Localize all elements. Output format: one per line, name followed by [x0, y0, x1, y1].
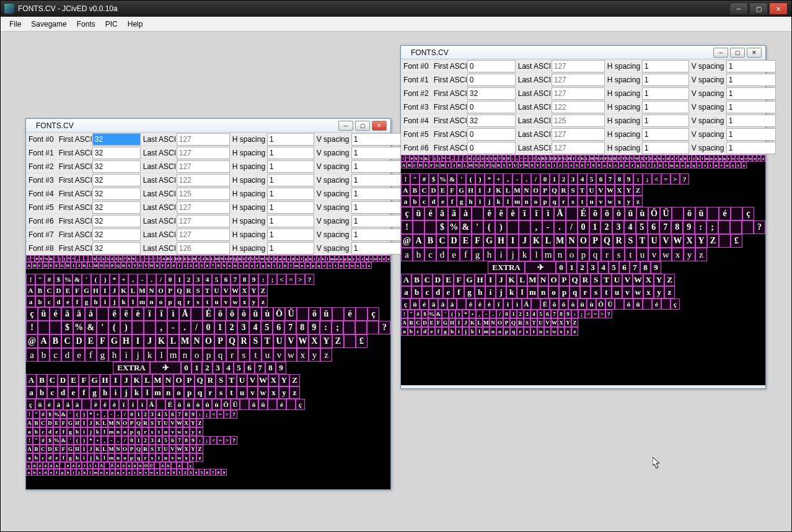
glyph-cell[interactable]: F — [447, 185, 457, 196]
glyph-cell[interactable]: X — [558, 318, 565, 327]
glyph-cell[interactable]: O — [531, 185, 540, 196]
glyph-cell[interactable]: 8 — [127, 255, 131, 262]
first-ascii-input[interactable] — [92, 174, 141, 186]
glyph-cell[interactable]: C — [412, 162, 418, 168]
glyph-cell[interactable]: W — [634, 155, 640, 162]
glyph-cell[interactable]: K — [494, 185, 503, 196]
glyph-cell[interactable]: & — [85, 321, 97, 334]
glyph-cell[interactable]: r — [559, 196, 568, 207]
glyph-cell[interactable]: x — [183, 427, 190, 436]
glyph-cell[interactable]: q — [570, 286, 580, 299]
glyph-cell[interactable]: X — [240, 285, 249, 296]
glyph-cell[interactable]: H — [466, 185, 475, 196]
glyph-cell[interactable]: É — [540, 299, 550, 310]
glyph-cell[interactable]: M — [527, 274, 538, 286]
glyph-cell[interactable] — [661, 299, 671, 310]
glyph-cell[interactable]: X — [529, 162, 535, 168]
v-spacing-input[interactable] — [726, 74, 776, 86]
glyph-cell[interactable]: ö — [184, 399, 193, 410]
glyph-cell[interactable]: D — [175, 255, 179, 262]
glyph-cell[interactable]: > — [224, 410, 231, 419]
glyph-cell[interactable]: $ — [436, 220, 448, 234]
glyph-cell[interactable]: , — [476, 310, 483, 318]
glyph-cell[interactable]: U — [162, 445, 169, 453]
glyph-cell[interactable]: N — [490, 318, 496, 327]
glyph-cell[interactable]: E — [179, 255, 183, 262]
glyph-cell[interactable]: ü — [258, 399, 268, 410]
glyph-cell[interactable]: 4 — [578, 173, 587, 185]
glyph-cell[interactable]: l — [700, 155, 705, 162]
glyph-cell[interactable]: u — [612, 286, 622, 299]
glyph-cell[interactable]: 6 — [118, 255, 123, 262]
glyph-cell[interactable]: ï — [144, 307, 156, 321]
glyph-cell[interactable]: L — [585, 155, 589, 162]
glyph-cell[interactable]: o — [156, 296, 165, 307]
inner-titlebar-right[interactable]: FONTS.CV ─ ▢ ✕ — [401, 46, 765, 59]
glyph-cell[interactable]: l — [503, 196, 513, 207]
glyph-cell[interactable]: É — [165, 399, 175, 410]
glyph-cell[interactable]: X — [640, 155, 644, 162]
glyph-cell[interactable]: Y — [695, 234, 707, 248]
v-spacing-input[interactable] — [351, 147, 401, 159]
glyph-cell[interactable]: M — [483, 318, 490, 327]
h-spacing-input[interactable] — [267, 229, 314, 241]
glyph-cell[interactable]: 1 — [510, 310, 517, 318]
glyph-cell[interactable]: o — [104, 469, 110, 476]
glyph-cell[interactable]: H — [475, 274, 485, 286]
glyph-cell[interactable]: o — [531, 196, 540, 207]
glyph-cell[interactable]: s — [568, 196, 578, 207]
glyph-cell[interactable]: L — [142, 374, 152, 386]
glyph-cell[interactable]: O — [599, 155, 603, 162]
glyph-cell[interactable] — [425, 220, 436, 234]
glyph-cell[interactable]: C — [422, 274, 433, 286]
glyph-cell[interactable]: q — [723, 155, 727, 162]
glyph-cell[interactable]: 6 — [169, 410, 176, 419]
glyph-cell[interactable]: ï — [119, 399, 128, 410]
glyph-cell[interactable]: q — [195, 386, 205, 399]
glyph-cell[interactable]: F — [429, 162, 434, 168]
glyph-cell[interactable]: ( — [108, 321, 120, 334]
glyph-cell[interactable]: = — [149, 255, 153, 262]
glyph-cell[interactable]: l — [156, 348, 167, 362]
glyph-cell[interactable]: N — [115, 419, 121, 427]
glyph-cell[interactable]: L — [210, 255, 214, 262]
glyph-cell[interactable]: / — [531, 173, 540, 185]
glyph-cell[interactable]: U — [250, 255, 255, 262]
h-spacing-input[interactable] — [267, 133, 314, 146]
glyph-cell[interactable]: C — [545, 155, 550, 162]
glyph-cell[interactable]: - — [454, 155, 459, 162]
glyph-cell[interactable]: " — [35, 274, 45, 285]
glyph-cell[interactable]: 4 — [203, 274, 212, 285]
glyph-cell[interactable]: v — [221, 296, 231, 307]
glyph-cell[interactable]: v — [369, 255, 373, 262]
glyph-cell[interactable]: d — [433, 286, 443, 299]
glyph-cell[interactable]: % — [418, 155, 424, 162]
glyph-cell[interactable] — [144, 321, 156, 334]
glyph-cell[interactable]: U — [273, 334, 285, 348]
glyph-cell[interactable]: R — [613, 234, 625, 248]
glyph-cell[interactable]: 8 — [640, 261, 651, 274]
glyph-cell[interactable]: 1 — [135, 436, 142, 445]
glyph-cell[interactable]: N — [191, 334, 203, 348]
glyph-cell[interactable]: g — [679, 155, 683, 162]
glyph-cell[interactable]: Ä — [179, 307, 191, 321]
glyph-cell[interactable]: 8 — [240, 274, 249, 285]
glyph-cell[interactable]: J — [485, 185, 494, 196]
glyph-cell[interactable]: a — [26, 427, 33, 436]
glyph-cell[interactable]: c — [420, 196, 429, 207]
glyph-cell[interactable]: 0 — [540, 173, 550, 185]
glyph-cell[interactable]: 7 — [605, 173, 615, 185]
glyph-cell[interactable]: & — [435, 310, 442, 318]
glyph-cell[interactable]: # — [415, 310, 421, 318]
glyph-cell[interactable]: e — [295, 255, 299, 262]
glyph-cell[interactable]: / — [156, 274, 165, 285]
glyph-cell[interactable]: t — [530, 327, 537, 336]
glyph-cell[interactable]: 2 — [101, 255, 105, 262]
glyph-cell[interactable]: 7 — [176, 410, 183, 419]
glyph-cell[interactable]: Y — [565, 318, 571, 327]
glyph-cell[interactable]: - — [108, 410, 115, 419]
glyph-cell[interactable]: : — [633, 173, 643, 185]
glyph-cell[interactable]: , — [75, 255, 79, 262]
glyph-cell[interactable]: ö — [684, 207, 695, 220]
glyph-cell[interactable]: Ä — [554, 207, 566, 220]
